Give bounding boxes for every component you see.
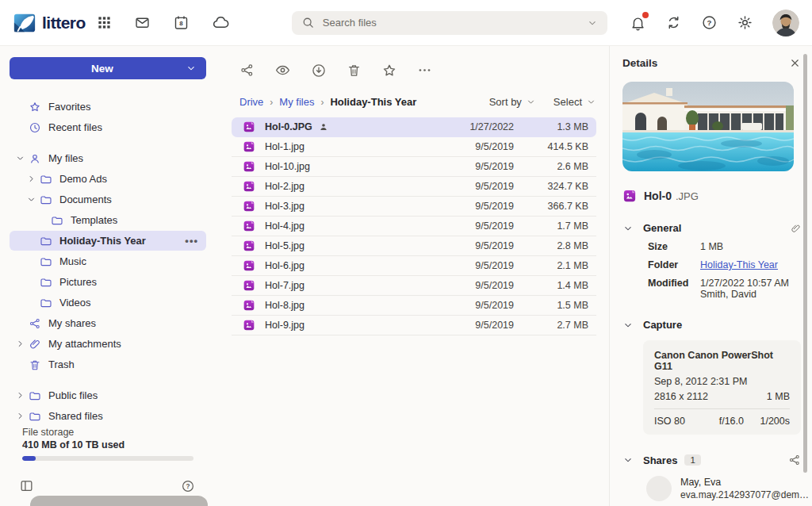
folder-icon: [40, 297, 52, 309]
file-image-icon: [243, 140, 255, 153]
share-entry[interactable]: May, Eva eva.may.2142937077@demo.o...: [646, 476, 801, 501]
file-name: Hol-5.jpg: [265, 240, 304, 251]
file-name: Hol-7.jpg: [265, 280, 304, 291]
chevron-slot[interactable]: [22, 174, 40, 184]
sidebar-item-favorites[interactable]: Favorites: [10, 97, 206, 117]
sidebar-item-pictures[interactable]: Pictures: [10, 272, 206, 292]
chevron-slot[interactable]: [11, 390, 29, 401]
chevron-slot[interactable]: [11, 339, 29, 349]
sidebar-item-my-files[interactable]: My files: [10, 148, 206, 168]
sidebar-item-documents[interactable]: Documents: [10, 190, 206, 209]
user-avatar[interactable]: [772, 10, 799, 36]
collapse-sidebar-button[interactable]: [19, 478, 34, 493]
details-title: Details: [622, 57, 657, 69]
star-icon: [381, 63, 397, 79]
section-capture-header[interactable]: Capture: [622, 319, 801, 331]
select-dropdown[interactable]: Select: [553, 96, 596, 108]
sidebar-item-shared-files[interactable]: Shared files: [10, 406, 206, 426]
file-date: 1/27/2022: [435, 121, 514, 132]
sidebar-item-demo-ads[interactable]: Demo Ads: [10, 169, 206, 189]
file-name: Hol-4.jpg: [265, 220, 304, 232]
mail-icon[interactable]: [134, 14, 151, 31]
sidebar-item-trash[interactable]: Trash: [10, 355, 206, 374]
cloud-icon[interactable]: [212, 13, 230, 32]
share-person-name: May, Eva: [680, 477, 812, 488]
help-icon: [701, 14, 718, 31]
folder-icon: [29, 389, 41, 402]
sidebar-item-my-attachments[interactable]: My attachments: [10, 334, 206, 354]
file-name: Hol-3.jpg: [265, 201, 304, 212]
favorite-button[interactable]: [381, 63, 397, 79]
sidebar-item-public-files[interactable]: Public files: [10, 385, 206, 405]
copy-link-button[interactable]: [789, 222, 801, 234]
app-logo[interactable]: littero: [13, 11, 86, 35]
sidebar-item-recent-files[interactable]: Recent files: [10, 117, 206, 137]
file-size: 414.5 KB: [514, 141, 588, 152]
sidebar-item-templates[interactable]: Templates: [10, 210, 206, 230]
sort-by-dropdown[interactable]: Sort by: [489, 96, 536, 108]
file-row-hol-0-jpg[interactable]: Hol-0.JPG1/27/20221.3 MB: [232, 117, 596, 137]
add-share-button[interactable]: [788, 454, 801, 466]
notifications-button[interactable]: [630, 14, 646, 31]
folder-icon: [40, 194, 52, 206]
preview-button[interactable]: [274, 62, 291, 79]
search-input[interactable]: [323, 17, 579, 29]
file-row-hol-8-jpg[interactable]: Hol-8.jpg9/5/20191.5 MB: [232, 296, 596, 316]
avatar-photo: [772, 10, 799, 36]
search-scope-chevron-icon[interactable]: [587, 17, 598, 29]
file-row-hol-4-jpg[interactable]: Hol-4.jpg9/5/20191.7 MB: [232, 217, 596, 236]
file-row-hol-7-jpg[interactable]: Hol-7.jpg9/5/20191.4 MB: [232, 276, 596, 296]
close-details-button[interactable]: [789, 57, 801, 69]
item-more-button[interactable]: •••: [185, 235, 206, 247]
sidebar-item-my-shares[interactable]: My shares: [10, 313, 206, 333]
new-button[interactable]: New: [10, 57, 206, 79]
sidebar-item-label: My attachments: [48, 338, 121, 350]
file-preview-thumbnail[interactable]: [622, 82, 794, 171]
sidebar-item-label: Pictures: [59, 276, 97, 288]
file-row-hol-1-jpg[interactable]: Hol-1.jpg9/5/2019414.5 KB: [232, 137, 596, 157]
villa-pool-photo: [622, 82, 794, 171]
breadcrumb-my-files[interactable]: My files: [279, 96, 314, 108]
file-row-hol-9-jpg[interactable]: Hol-9.jpg9/5/20192.7 MB: [232, 316, 596, 335]
sidebar-item-videos[interactable]: Videos: [10, 293, 206, 312]
file-image-icon: [243, 200, 255, 213]
folder-link[interactable]: Holiday-This Year: [700, 259, 778, 270]
file-row-hol-6-jpg[interactable]: Hol-6.jpg9/5/20192.1 MB: [232, 256, 596, 276]
section-shares-header[interactable]: Shares 1: [622, 454, 801, 466]
folder-icon: [40, 173, 52, 186]
file-row-hol-2-jpg[interactable]: Hol-2.jpg9/5/2019324.7 KB: [232, 177, 596, 197]
details-scrollbar[interactable]: [803, 54, 807, 473]
sync-button[interactable]: [665, 14, 682, 31]
file-size: 366.7 KB: [514, 201, 588, 212]
settings-button[interactable]: [737, 14, 753, 31]
file-row-hol-10-jpg[interactable]: Hol-10.jpg9/5/20192.6 MB: [232, 157, 596, 177]
sidebar-item-holiday-this-year[interactable]: Holiday-This Year•••: [10, 231, 206, 251]
download-button[interactable]: [311, 63, 327, 79]
chevron-slot[interactable]: [11, 411, 29, 421]
sidebar-help-button[interactable]: [181, 479, 195, 493]
file-name: Hol-2.jpg: [265, 181, 304, 192]
shared-person-icon: [319, 122, 328, 132]
chevron-down-icon: [622, 320, 634, 331]
trash-icon: [347, 63, 362, 78]
more-actions-button[interactable]: [417, 63, 432, 78]
chevron-slot[interactable]: [11, 153, 29, 163]
help-button[interactable]: [701, 14, 718, 31]
chevron-slot[interactable]: [22, 194, 40, 205]
modified-datetime: 1/27/2022 10:57 AM: [700, 278, 789, 289]
file-row-hol-3-jpg[interactable]: Hol-3.jpg9/5/2019366.7 KB: [232, 197, 596, 217]
file-name: Hol-8.jpg: [265, 300, 304, 311]
file-row-hol-5-jpg[interactable]: Hol-5.jpg9/5/20192.8 MB: [232, 236, 596, 256]
calendar-icon[interactable]: [173, 14, 190, 31]
chevron-down-icon: [26, 194, 36, 205]
app-launcher-grid-icon[interactable]: [97, 15, 112, 30]
file-date: 9/5/2019: [435, 161, 514, 172]
breadcrumb-drive[interactable]: Drive: [239, 96, 263, 108]
sidebar-item-label: Videos: [59, 297, 91, 309]
share-button[interactable]: [239, 63, 255, 78]
section-general-header[interactable]: General: [622, 222, 801, 234]
search-bar[interactable]: [292, 11, 607, 35]
file-list: Hol-0.JPG1/27/20221.3 MBHol-1.jpg9/5/201…: [232, 117, 596, 335]
delete-button[interactable]: [347, 63, 362, 78]
sidebar-item-music[interactable]: Music: [10, 251, 206, 271]
